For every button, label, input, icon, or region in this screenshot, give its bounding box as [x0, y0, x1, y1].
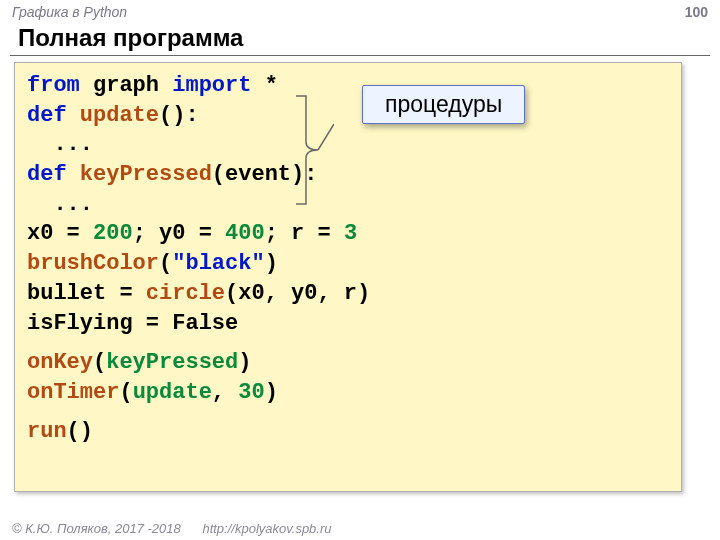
bracket-icon: [294, 94, 334, 206]
var: ; r =: [265, 221, 344, 246]
func-name: brushColor: [27, 251, 159, 276]
title-rule: [10, 55, 710, 56]
code-line: x0 = 200; y0 = 400; r = 3: [27, 219, 669, 249]
func-name: onKey: [27, 350, 93, 375]
punct: ): [265, 251, 278, 276]
keyword-import: import: [172, 73, 251, 98]
func-name: run: [27, 419, 67, 444]
punct: (: [93, 350, 106, 375]
punct: (): [67, 419, 93, 444]
punct: ): [238, 350, 251, 375]
keyword-def: def: [27, 162, 67, 187]
arg: keyPressed: [106, 350, 238, 375]
number: 30: [238, 380, 264, 405]
code-line: brushColor("black"): [27, 249, 669, 279]
var: x0 =: [27, 221, 93, 246]
module-name: graph: [93, 73, 159, 98]
punct: (x0, y0, r): [225, 281, 370, 306]
svg-line-0: [318, 124, 334, 150]
code-line: run(): [27, 417, 669, 447]
arg: update: [133, 380, 212, 405]
keyword-from: from: [27, 73, 80, 98]
code-line: isFlying = False: [27, 309, 669, 339]
footer: © К.Ю. Поляков, 2017 -2018 http://kpolya…: [12, 521, 332, 536]
code-line: ...: [27, 130, 669, 160]
string: "black": [172, 251, 264, 276]
punct: (: [119, 380, 132, 405]
copyright: © К.Ю. Поляков, 2017 -2018: [12, 521, 181, 536]
punct: ,: [212, 380, 238, 405]
func-name: keyPressed: [80, 162, 212, 187]
callout-label: процедуры: [362, 85, 525, 124]
number: 3: [344, 221, 357, 246]
code-line: bullet = circle(x0, y0, r): [27, 279, 669, 309]
code-line: onKey(keyPressed): [27, 348, 669, 378]
keyword-def: def: [27, 103, 67, 128]
punct: ): [265, 380, 278, 405]
func-name: update: [80, 103, 159, 128]
code-line: def keyPressed(event):: [27, 160, 669, 190]
footer-url: http://kpolyakov.spb.ru: [202, 521, 331, 536]
number: 200: [93, 221, 133, 246]
code-block: from graph import * def update(): ... de…: [14, 62, 682, 492]
func-name: onTimer: [27, 380, 119, 405]
func-name: circle: [146, 281, 225, 306]
code-line: from graph import *: [27, 71, 669, 101]
header-topic: Графика в Python: [12, 4, 127, 20]
star: *: [265, 73, 278, 98]
code-line: ...: [27, 190, 669, 220]
code-line: onTimer(update, 30): [27, 378, 669, 408]
punct: ():: [159, 103, 199, 128]
page-title: Полная программа: [18, 24, 243, 52]
var: ; y0 =: [133, 221, 225, 246]
punct: (: [159, 251, 172, 276]
code-line: def update():: [27, 101, 669, 131]
number: 400: [225, 221, 265, 246]
var: bullet =: [27, 281, 146, 306]
slide-number: 100: [685, 4, 708, 20]
